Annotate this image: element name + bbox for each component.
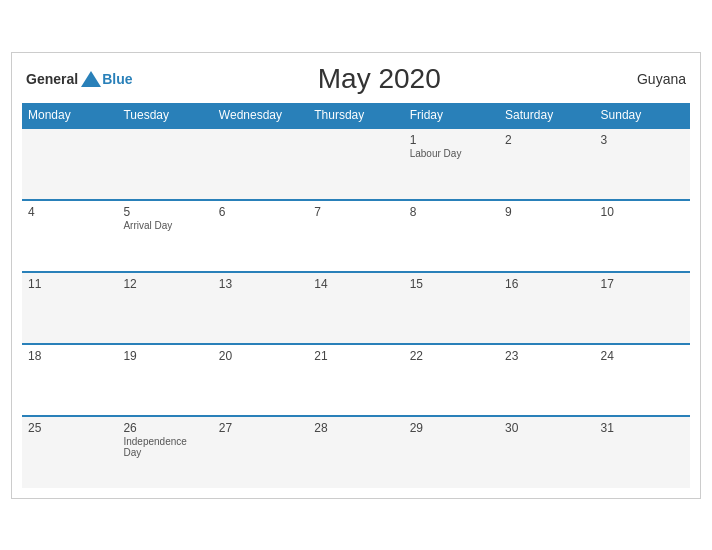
day-number: 10 [601, 205, 684, 219]
day-cell: 28 [308, 416, 403, 488]
day-cell: 15 [404, 272, 499, 344]
col-monday: Monday [22, 103, 117, 128]
day-number: 26 [123, 421, 206, 435]
day-cell: 24 [595, 344, 690, 416]
day-cell [308, 128, 403, 200]
day-cell: 21 [308, 344, 403, 416]
day-cell: 18 [22, 344, 117, 416]
day-number: 22 [410, 349, 493, 363]
day-number: 29 [410, 421, 493, 435]
day-cell: 26Independence Day [117, 416, 212, 488]
calendar-header: General Blue May 2020 Guyana [22, 63, 690, 95]
day-number: 3 [601, 133, 684, 147]
day-number: 27 [219, 421, 302, 435]
day-cell: 14 [308, 272, 403, 344]
day-cell [213, 128, 308, 200]
day-cell [22, 128, 117, 200]
day-cell [117, 128, 212, 200]
day-cell: 29 [404, 416, 499, 488]
day-cell: 19 [117, 344, 212, 416]
week-row-5: 2526Independence Day2728293031 [22, 416, 690, 488]
week-row-4: 18192021222324 [22, 344, 690, 416]
day-number: 6 [219, 205, 302, 219]
day-cell: 5Arrival Day [117, 200, 212, 272]
day-cell: 1Labour Day [404, 128, 499, 200]
day-number: 4 [28, 205, 111, 219]
day-number: 13 [219, 277, 302, 291]
day-event-label: Arrival Day [123, 220, 206, 231]
day-cell: 11 [22, 272, 117, 344]
day-number: 23 [505, 349, 588, 363]
day-cell: 4 [22, 200, 117, 272]
day-number: 9 [505, 205, 588, 219]
day-cell: 17 [595, 272, 690, 344]
day-number: 16 [505, 277, 588, 291]
calendar-title: May 2020 [132, 63, 626, 95]
logo-general-text: General [26, 71, 78, 87]
day-number: 2 [505, 133, 588, 147]
day-cell: 25 [22, 416, 117, 488]
day-cell: 10 [595, 200, 690, 272]
svg-marker-0 [81, 71, 101, 87]
header-row: Monday Tuesday Wednesday Thursday Friday… [22, 103, 690, 128]
day-number: 21 [314, 349, 397, 363]
country-label: Guyana [626, 71, 686, 87]
day-number: 17 [601, 277, 684, 291]
col-friday: Friday [404, 103, 499, 128]
day-number: 15 [410, 277, 493, 291]
day-cell: 6 [213, 200, 308, 272]
day-number: 20 [219, 349, 302, 363]
day-cell: 20 [213, 344, 308, 416]
day-cell: 12 [117, 272, 212, 344]
logo: General Blue [26, 68, 132, 90]
day-event-label: Independence Day [123, 436, 206, 458]
day-number: 8 [410, 205, 493, 219]
day-cell: 2 [499, 128, 594, 200]
day-number: 30 [505, 421, 588, 435]
day-cell: 30 [499, 416, 594, 488]
day-number: 24 [601, 349, 684, 363]
calendar-container: General Blue May 2020 Guyana Monday Tues… [11, 52, 701, 499]
day-number: 1 [410, 133, 493, 147]
day-cell: 7 [308, 200, 403, 272]
day-number: 11 [28, 277, 111, 291]
day-number: 5 [123, 205, 206, 219]
logo-blue-text: Blue [102, 71, 132, 87]
day-number: 14 [314, 277, 397, 291]
day-cell: 22 [404, 344, 499, 416]
day-cell: 9 [499, 200, 594, 272]
day-cell: 13 [213, 272, 308, 344]
day-cell: 23 [499, 344, 594, 416]
day-number: 31 [601, 421, 684, 435]
day-number: 7 [314, 205, 397, 219]
day-cell: 16 [499, 272, 594, 344]
day-number: 18 [28, 349, 111, 363]
col-tuesday: Tuesday [117, 103, 212, 128]
day-number: 19 [123, 349, 206, 363]
col-sunday: Sunday [595, 103, 690, 128]
col-wednesday: Wednesday [213, 103, 308, 128]
day-cell: 31 [595, 416, 690, 488]
day-cell: 3 [595, 128, 690, 200]
day-cell: 27 [213, 416, 308, 488]
calendar-grid: Monday Tuesday Wednesday Thursday Friday… [22, 103, 690, 488]
day-cell: 8 [404, 200, 499, 272]
day-number: 12 [123, 277, 206, 291]
col-saturday: Saturday [499, 103, 594, 128]
week-row-3: 11121314151617 [22, 272, 690, 344]
logo-icon [80, 68, 102, 90]
col-thursday: Thursday [308, 103, 403, 128]
week-row-1: 1Labour Day23 [22, 128, 690, 200]
day-event-label: Labour Day [410, 148, 493, 159]
day-number: 28 [314, 421, 397, 435]
day-number: 25 [28, 421, 111, 435]
week-row-2: 45Arrival Day678910 [22, 200, 690, 272]
